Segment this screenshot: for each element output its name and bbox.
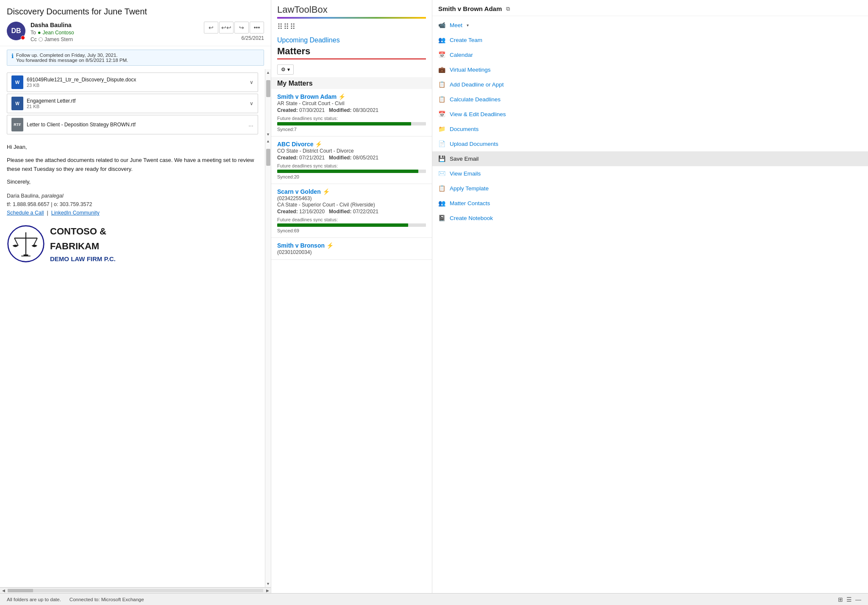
h-scroll-right[interactable]: ▶ <box>264 588 271 593</box>
status-right: ⊞ ☰ — <box>838 596 861 603</box>
word-icon: W <box>11 75 23 89</box>
h-scroll-thumb[interactable] <box>8 589 33 592</box>
sidebar-item-matter-contacts[interactable]: 👥 Matter Contacts <box>432 196 868 211</box>
matter-card: Scarn v Golden ⚡ (02342255463) CA State … <box>271 184 432 238</box>
chevron-down-icon: ▾ <box>467 23 469 28</box>
file-icon: RTF <box>11 118 23 131</box>
sync-bar <box>277 122 411 125</box>
matter-court-extra: (02301020034) <box>277 249 426 255</box>
email-body-wrapper: Hi Jean, Please see the attached documen… <box>0 138 271 587</box>
sidebar-item-apply-template[interactable]: 📋 Apply Template <box>432 181 868 196</box>
sidebar-item-documents[interactable]: 📁 Documents <box>432 122 868 137</box>
calendar-icon: 📅 <box>438 51 445 58</box>
sidebar-item-view-edit-deadlines[interactable]: 📅 View & Edit Deadlines <box>432 107 868 122</box>
matter-name[interactable]: Smith v Brown Adam ⚡ <box>277 93 426 100</box>
attachment-size: 21 KB <box>27 104 75 109</box>
status-icon-zoom: — <box>855 596 861 603</box>
more-button[interactable]: ••• <box>250 22 264 33</box>
email-content: Hi Jean, Please see the attached documen… <box>0 138 265 587</box>
attachment-item[interactable]: W 691049Rule121_Ltr_re_Discovery_Dispute… <box>7 72 258 92</box>
expand-icon[interactable]: ∨ <box>250 100 253 106</box>
create-team-label: Create Team <box>450 37 482 43</box>
sidebar-item-create-notebook[interactable]: 📓 Create Notebook <box>432 211 868 226</box>
add-deadline-label: Add Deadline or Appt <box>450 81 504 88</box>
sidebar-item-view-emails[interactable]: ✉️ View Emails <box>432 166 868 181</box>
attachments-list: W 691049Rule121_Ltr_re_Discovery_Dispute… <box>7 72 258 134</box>
scroll-down-arrow[interactable]: ▼ <box>265 131 271 138</box>
status-icon-2[interactable]: ☰ <box>846 596 852 603</box>
email-body: Hi Jean, Please see the attached documen… <box>0 138 265 269</box>
scroll-track <box>265 76 271 131</box>
sender-row: DB Dasha Baulina To ● Jean Contoso Cc <box>7 22 264 42</box>
matter-name[interactable]: ABC Divorce ⚡ <box>277 141 426 148</box>
status-bar: All folders are up to date. Connected to… <box>0 593 868 605</box>
virtual-meetings-label: Virtual Meetings <box>450 67 491 73</box>
reply-all-button[interactable]: ↩↩ <box>219 22 234 33</box>
matter-court: CO State - District Court - Divorce <box>277 148 426 154</box>
filter-button[interactable]: ⚙ ▾ <box>277 64 294 75</box>
sync-count: Synced:69 <box>277 228 426 233</box>
sidebar-item-create-team[interactable]: 👥 Create Team <box>432 33 868 47</box>
info-icon: ℹ <box>11 53 14 59</box>
matter-name[interactable]: Smith v Bronson ⚡ <box>277 242 426 249</box>
forward-button[interactable]: ↪ <box>234 22 249 33</box>
rs-matter-title: Smith v Brown Adam <box>438 5 502 12</box>
create-notebook-label: Create Notebook <box>450 215 493 221</box>
add-deadline-icon: 📋 <box>438 81 445 88</box>
folder-icon: 📁 <box>438 125 445 132</box>
scroll-up[interactable]: ▲ <box>265 138 271 145</box>
sync-bar-container <box>277 223 426 227</box>
linkedin-link[interactable]: LinkedIn Community <box>51 210 100 216</box>
red-divider <box>277 59 426 59</box>
calendar-label: Calendar <box>450 52 473 58</box>
scroll-thumb[interactable] <box>266 149 270 166</box>
h-scroll-track <box>8 589 263 592</box>
filter-icon: ⚙ <box>281 67 286 72</box>
matter-card: Smith v Brown Adam ⚡ AR State - Circuit … <box>271 89 432 137</box>
sidebar-item-upload-documents[interactable]: 📄 Upload Documents <box>432 137 868 151</box>
sync-label: Future deadlines sync status: <box>277 163 426 168</box>
email-panel: Discovery Documents for June Twent DB Da… <box>0 0 271 593</box>
scroll-thumb[interactable] <box>266 80 270 97</box>
matter-card: Smith v Bronson ⚡ (02301020034) <box>271 238 432 260</box>
svg-line-3 <box>14 238 18 246</box>
sidebar-item-virtual-meetings[interactable]: 💼 Virtual Meetings <box>432 62 868 77</box>
sidebar-item-add-deadline[interactable]: 📋 Add Deadline or Appt <box>432 77 868 92</box>
status-text2: Connected to: Microsoft Exchange <box>70 597 144 602</box>
attachment-item[interactable]: W Engagement Letter.rtf 21 KB ∨ <box>7 94 258 113</box>
status-icon-1[interactable]: ⊞ <box>838 596 843 603</box>
firm-logo-section: CONTOSO & FABRIKAM DEMO LAW FIRM P.C. <box>7 224 258 264</box>
expand-icon[interactable]: … <box>248 122 253 128</box>
save-icon: 💾 <box>438 155 445 162</box>
reply-button[interactable]: ↩ <box>204 22 218 33</box>
filter-chevron: ▾ <box>287 67 290 72</box>
sidebar-item-calculate-deadlines[interactable]: 📋 Calculate Deadlines <box>432 92 868 107</box>
lawtoolbox-panel: LawToolBox ⠿⠿⠿ Upcoming Deadlines Matter… <box>271 0 432 593</box>
sync-label: Future deadlines sync status: <box>277 116 426 121</box>
view-edit-icon: 📅 <box>438 111 445 117</box>
copy-icon[interactable]: ⧉ <box>506 6 510 12</box>
matter-contacts-label: Matter Contacts <box>450 200 490 206</box>
schedule-call-link[interactable]: Schedule a Call <box>7 210 44 216</box>
sidebar-item-save-email[interactable]: 💾 Save Email <box>432 151 868 166</box>
to-contact: Jean Contoso <box>43 30 74 36</box>
matter-name[interactable]: Scarn v Golden ⚡ <box>277 188 426 195</box>
avatar: DB <box>7 22 25 40</box>
sidebar-item-meet[interactable]: 📹 Meet ▾ <box>432 18 868 33</box>
attachment-size: 23 KB <box>27 83 136 88</box>
sender-info: DB Dasha Baulina To ● Jean Contoso Cc <box>7 22 74 42</box>
expand-icon[interactable]: ∨ <box>250 79 253 85</box>
sync-bar-container <box>277 170 426 173</box>
h-scroll-left[interactable]: ◀ <box>0 588 7 593</box>
scroll-down[interactable]: ▼ <box>265 580 271 587</box>
scales-svg <box>7 225 45 263</box>
matter-court: CA State - Superior Court - Civil (River… <box>277 202 426 208</box>
matter-dates: Created: 07/30/2021 Modified: 08/30/2021 <box>277 107 426 113</box>
attachment-item[interactable]: RTF Letter to Client - Deposition Strate… <box>7 115 258 134</box>
sidebar-item-calendar[interactable]: 📅 Calendar <box>432 47 868 62</box>
scroll-up-arrow[interactable]: ▲ <box>265 69 271 76</box>
apply-template-label: Apply Template <box>450 185 489 192</box>
sync-count: Synced:20 <box>277 174 426 179</box>
sync-label: Future deadlines sync status: <box>277 217 426 222</box>
attachment-name: Engagement Letter.rtf <box>27 98 75 104</box>
